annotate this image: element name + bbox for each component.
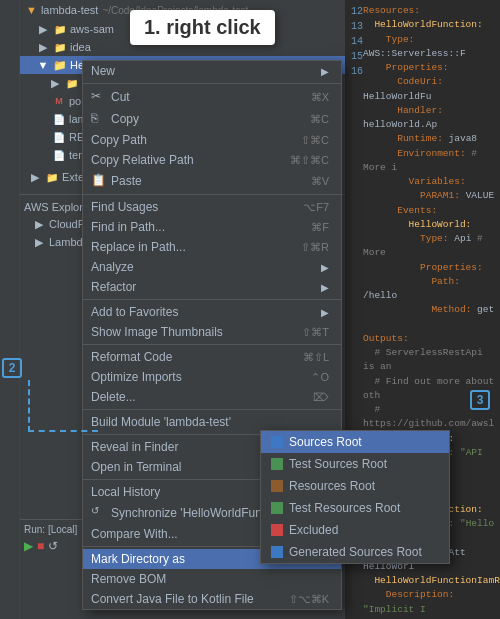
- shortcut-label: ⇧⌘T: [302, 326, 329, 339]
- submenu-arrow-icon: ▶: [321, 307, 329, 318]
- submenu-item-sources-root[interactable]: Sources Root: [261, 431, 449, 453]
- shortcut-label: ⌘V: [311, 175, 329, 188]
- shortcut-label: ⌥F7: [303, 201, 329, 214]
- src-folder-icon: 📁: [65, 76, 79, 90]
- menu-item-replace-in-path[interactable]: Replace in Path... ⇧⌘R: [83, 237, 341, 257]
- test-sources-color: [271, 458, 283, 470]
- menu-item-convert-kotlin[interactable]: Convert Java File to Kotlin File ⇧⌥⌘K: [83, 589, 341, 609]
- menu-label: Copy: [111, 112, 139, 126]
- menu-label: Copy Path: [91, 133, 147, 147]
- submenu-item-excluded[interactable]: Excluded: [261, 519, 449, 541]
- shortcut-label: ⌘⇧L: [303, 351, 329, 364]
- menu-item-refactor[interactable]: Refactor ▶: [83, 277, 341, 300]
- arrow-line-horizontal: [28, 430, 98, 432]
- run-play-icon[interactable]: ▶: [24, 539, 33, 553]
- menu-label: Analyze: [91, 260, 134, 274]
- menu-label: Open in Terminal: [91, 460, 182, 474]
- menu-item-copy-relative-path[interactable]: Copy Relative Path ⌘⇧⌘C: [83, 150, 341, 170]
- tree-label: aws-sam: [70, 23, 114, 35]
- menu-label: Remove BOM: [91, 572, 166, 586]
- menu-item-delete[interactable]: Delete... ⌦: [83, 387, 341, 407]
- menu-item-reformat[interactable]: Reformat Code ⌘⇧L: [83, 347, 341, 367]
- submenu-item-resources-root[interactable]: Resources Root: [261, 475, 449, 497]
- menu-item-copy[interactable]: ⎘ Copy ⌘C: [83, 108, 341, 130]
- menu-label: Refactor: [91, 280, 136, 294]
- shortcut-label: ⌦: [313, 391, 329, 404]
- sources-root-color: [271, 436, 283, 448]
- arrow-icon: ▶: [36, 40, 50, 54]
- menu-label: Compare With...: [91, 527, 178, 541]
- menu-item-add-favorites[interactable]: Add to Favorites ▶: [83, 302, 341, 322]
- mark-directory-submenu: Sources Root Test Sources Root Resources…: [260, 430, 450, 564]
- submenu-label: Sources Root: [289, 435, 362, 449]
- submenu-arrow-icon: ▶: [321, 66, 329, 77]
- menu-item-build-module[interactable]: Build Module 'lambda-test': [83, 412, 341, 432]
- callout-text: 1. right click: [144, 16, 261, 38]
- menu-label: Convert Java File to Kotlin File: [91, 592, 254, 606]
- menu-label: Mark Directory as: [91, 552, 185, 566]
- excluded-color: [271, 524, 283, 536]
- menu-item-remove-bom[interactable]: Remove BOM: [83, 569, 341, 589]
- shortcut-label: ⌘C: [310, 113, 329, 126]
- run-item: [Local]: [48, 524, 77, 535]
- callout-3: 3: [470, 390, 490, 410]
- menu-item-show-thumbnails[interactable]: Show Image Thumbnails ⇧⌘T: [83, 322, 341, 342]
- arrow-icon: ▶: [36, 22, 50, 36]
- menu-label: New: [91, 64, 115, 78]
- arrow-icon: ▼: [36, 58, 50, 72]
- test-resources-color: [271, 502, 283, 514]
- menu-item-find-in-path[interactable]: Find in Path... ⌘F: [83, 217, 341, 237]
- arrow-line-vertical: [28, 380, 30, 432]
- menu-label: Add to Favorites: [91, 305, 178, 319]
- submenu-label: Excluded: [289, 523, 338, 537]
- shortcut-label: ⌘X: [311, 91, 329, 104]
- menu-label: Find in Path...: [91, 220, 165, 234]
- menu-label: Show Image Thumbnails: [91, 325, 223, 339]
- callout-2: 2: [2, 358, 22, 378]
- run-restart-icon[interactable]: ↺: [48, 539, 58, 553]
- run-stop-icon[interactable]: ■: [37, 539, 44, 553]
- shortcut-label: ⌘F: [311, 221, 329, 234]
- submenu-item-generated-sources-root[interactable]: Generated Sources Root: [261, 541, 449, 563]
- menu-item-analyze[interactable]: Analyze ▶: [83, 257, 341, 277]
- resources-color: [271, 480, 283, 492]
- shortcut-label: ⇧⌥⌘K: [289, 593, 329, 606]
- menu-label: Reformat Code: [91, 350, 172, 364]
- callout-right-click: 1. right click: [130, 10, 275, 45]
- menu-label: Cut: [111, 90, 130, 104]
- copy-icon: ⎘: [91, 111, 107, 127]
- file-icon: 📄: [52, 148, 66, 162]
- shortcut-label: ⇧⌘C: [301, 134, 329, 147]
- menu-item-paste[interactable]: 📋 Paste ⌘V: [83, 170, 341, 192]
- folder-icon: 📁: [45, 170, 59, 184]
- folder-icon: 📁: [53, 40, 67, 54]
- menu-label: Optimize Imports: [91, 370, 182, 384]
- submenu-label: Resources Root: [289, 479, 375, 493]
- submenu-arrow-icon: ▶: [321, 262, 329, 273]
- menu-item-new[interactable]: New ▶: [83, 61, 341, 81]
- paste-icon: 📋: [91, 173, 107, 189]
- arrow-icon: ▶: [32, 235, 46, 249]
- arrow-icon: ▶: [28, 170, 42, 184]
- submenu-item-test-sources-root[interactable]: Test Sources Root: [261, 453, 449, 475]
- menu-item-optimize-imports[interactable]: Optimize Imports ⌃O: [83, 367, 341, 387]
- project-name: lambda-test: [41, 4, 98, 16]
- menu-item-find-usages[interactable]: Find Usages ⌥F7: [83, 197, 341, 217]
- shortcut-label: ⌘⇧⌘C: [290, 154, 329, 167]
- shortcut-label: ⇧⌘R: [301, 241, 329, 254]
- menu-label: Reveal in Finder: [91, 440, 178, 454]
- menu-label: Local History: [91, 485, 160, 499]
- generated-sources-color: [271, 546, 283, 558]
- menu-item-cut[interactable]: ✂ Cut ⌘X: [83, 86, 341, 108]
- tree-label: idea: [70, 41, 91, 53]
- file-icon: 📄: [52, 112, 66, 126]
- menu-item-copy-path[interactable]: Copy Path ⇧⌘C: [83, 130, 341, 150]
- submenu-item-test-resources-root[interactable]: Test Resources Root: [261, 497, 449, 519]
- file-icon: 📄: [52, 130, 66, 144]
- menu-label: Find Usages: [91, 200, 158, 214]
- shortcut-label: ⌃O: [311, 371, 329, 384]
- cut-icon: ✂: [91, 89, 107, 105]
- menu-label: Build Module 'lambda-test': [91, 415, 231, 429]
- callout-3-text: 3: [477, 393, 484, 407]
- submenu-label: Test Sources Root: [289, 457, 387, 471]
